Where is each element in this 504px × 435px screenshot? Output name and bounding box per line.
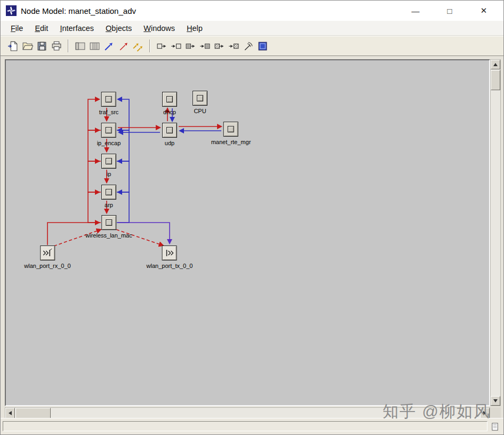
- create-radio-transmitter-button[interactable]: [212, 39, 227, 53]
- scroll-left-button[interactable]: [5, 408, 15, 418]
- module-label: arp: [105, 202, 113, 208]
- create-logical-association-button[interactable]: [131, 39, 145, 53]
- menu-item-file[interactable]: File: [5, 22, 29, 35]
- new-model-icon: [7, 41, 19, 52]
- module-label: wlan_port_rx_0_0: [24, 263, 70, 269]
- module-ip[interactable]: ip: [101, 154, 116, 177]
- vertical-scrollbar[interactable]: [490, 59, 501, 406]
- create-bus-receiver-button[interactable]: [198, 39, 212, 53]
- title-bar: Node Model: manet_station_adv — □ ✕: [1, 1, 503, 21]
- horizontal-scroll-thumb[interactable]: [15, 408, 51, 418]
- stream-arp-to-ip[interactable]: [88, 161, 101, 192]
- canvas-content: traf_srcdhcpCPUip_encapudpmanet_rte_mgri…: [6, 60, 489, 405]
- create-antenna-button[interactable]: [241, 39, 255, 53]
- create-processor-button[interactable]: [73, 39, 87, 53]
- module-udp[interactable]: udp: [162, 123, 177, 146]
- processor-icon: [101, 92, 116, 107]
- create-radio-receiver-button[interactable]: [227, 39, 241, 53]
- node-model-window: Node Model: manet_station_adv — □ ✕ File…: [0, 0, 504, 435]
- menu-item-edit[interactable]: Edit: [29, 22, 54, 35]
- create-queue-button[interactable]: [87, 39, 102, 53]
- module-traf_src[interactable]: traf_src: [99, 92, 119, 115]
- processor-icon: [193, 91, 207, 106]
- processor-icon: [101, 154, 116, 169]
- workspace: traf_srcdhcpCPUip_encapudpmanet_rte_mgri…: [1, 56, 503, 418]
- message-log-icon[interactable]: [490, 421, 500, 432]
- create-bus-transmitter-button[interactable]: [183, 39, 198, 53]
- processor-icon: [101, 123, 116, 138]
- close-button[interactable]: ✕: [477, 6, 491, 15]
- module-CPU[interactable]: CPU: [193, 91, 207, 114]
- processor-icon: [162, 123, 177, 138]
- create-packet-stream-button[interactable]: [102, 39, 116, 53]
- module-label: manet_rte_mgr: [211, 139, 251, 145]
- processor-icon: [101, 215, 116, 230]
- minimize-button[interactable]: —: [409, 6, 422, 15]
- module-wlan_port_tx_0_0[interactable]: wlan_port_tx_0_0: [147, 246, 193, 269]
- create-point-to-point-receiver-button[interactable]: [169, 39, 183, 53]
- processor-icon: [101, 185, 116, 200]
- module-wlan_port_rx_0_0[interactable]: wlan_port_rx_0_0: [24, 246, 70, 269]
- module-label: wireless_lan_mac: [85, 233, 132, 239]
- canvas[interactable]: traf_srcdhcpCPUip_encapudpmanet_rte_mgri…: [5, 59, 490, 406]
- module-wireless_lan_mac[interactable]: wireless_lan_mac: [85, 215, 132, 239]
- module-arp[interactable]: arp: [101, 185, 116, 208]
- create-statistic-wire-icon: [118, 41, 129, 52]
- create-bus-transmitter-icon: [185, 41, 196, 52]
- create-queue-icon: [89, 41, 100, 52]
- module-label: dhcp: [163, 109, 176, 115]
- scrollbar-corner: [490, 407, 501, 419]
- menu-item-windows[interactable]: Windows: [138, 22, 181, 35]
- module-label: ip: [107, 171, 111, 177]
- open-model-button[interactable]: [20, 39, 35, 53]
- scroll-down-button[interactable]: [491, 396, 500, 406]
- module-label: CPU: [194, 108, 206, 114]
- app-icon: [6, 5, 17, 16]
- create-bus-receiver-icon: [199, 41, 211, 52]
- up-arrow-icon: [493, 63, 498, 66]
- window-title: Node Model: manet_station_adv: [21, 6, 409, 15]
- print-icon: [51, 41, 62, 52]
- module-label: wlan_port_tx_0_0: [147, 263, 193, 269]
- down-arrow-icon: [493, 399, 498, 402]
- connection-layer: [6, 60, 489, 405]
- module-label: udp: [165, 140, 174, 146]
- create-logical-association-icon: [132, 41, 143, 52]
- open-model-icon: [22, 41, 33, 52]
- open-object-palette-button[interactable]: [255, 39, 270, 53]
- processor-icon: [223, 122, 238, 137]
- scroll-up-button[interactable]: [491, 60, 500, 69]
- stream-arp-to-ip[interactable]: [117, 161, 129, 192]
- create-antenna-icon: [243, 41, 254, 52]
- watermark: 知乎 @柳如风: [382, 401, 491, 423]
- menu-item-interfaces[interactable]: Interfaces: [54, 22, 100, 35]
- create-radio-transmitter-icon: [214, 41, 225, 52]
- create-point-to-point-receiver-icon: [171, 41, 182, 52]
- menu-item-help[interactable]: Help: [181, 22, 209, 35]
- save-model-icon: [36, 41, 47, 52]
- vertical-scroll-thumb[interactable]: [491, 70, 500, 90]
- menu-bar: FileEditInterfacesObjectsWindowsHelp: [1, 21, 503, 36]
- toolbar: [1, 36, 503, 56]
- left-arrow-icon: [9, 411, 12, 415]
- save-model-button[interactable]: [35, 39, 49, 53]
- create-statistic-wire-button[interactable]: [116, 39, 131, 53]
- module-dhcp[interactable]: dhcp: [162, 92, 177, 115]
- toolbar-separator: [149, 39, 150, 52]
- maximize-button[interactable]: □: [443, 6, 457, 15]
- window-controls: — □ ✕: [409, 6, 498, 15]
- transmitter-icon: [162, 246, 177, 260]
- toolbar-separator: [68, 39, 69, 52]
- receiver-icon: [40, 246, 55, 260]
- module-manet_rte_mgr[interactable]: manet_rte_mgr: [211, 122, 251, 145]
- module-label: traf_src: [99, 109, 119, 115]
- open-object-palette-icon: [257, 41, 268, 52]
- module-label: ip_encap: [97, 140, 121, 146]
- create-radio-receiver-icon: [228, 41, 239, 52]
- new-model-button[interactable]: [6, 39, 20, 53]
- module-ip_encap[interactable]: ip_encap: [97, 123, 121, 146]
- create-point-to-point-transmitter-button[interactable]: [155, 39, 169, 53]
- menu-item-objects[interactable]: Objects: [100, 22, 138, 35]
- create-point-to-point-transmitter-icon: [156, 41, 167, 52]
- print-button[interactable]: [49, 39, 63, 53]
